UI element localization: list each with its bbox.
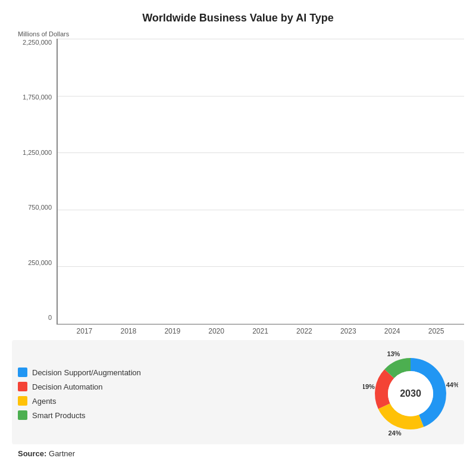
grid-line (58, 210, 464, 210)
x-tick: 2021 (239, 325, 283, 335)
source-prefix: Source: (18, 449, 46, 458)
grid-line (58, 152, 464, 153)
y-tick: 250,000 (28, 259, 52, 266)
donut-chart: 44%24%19%13% 2030 (363, 346, 458, 441)
y-axis: 2,250,0001,750,0001,250,000750,000250,00… (12, 39, 57, 335)
x-tick: 2024 (370, 325, 414, 335)
y-axis-label: Millions of Dollars (18, 30, 464, 38)
legend-label: Smart Products (32, 411, 86, 420)
donut-center-label: 2030 (400, 388, 421, 399)
legend-item: Decision Automation (18, 382, 363, 391)
donut-segment-label: 19% (363, 383, 375, 390)
x-tick: 2025 (414, 325, 458, 335)
x-tick: 2019 (151, 325, 195, 335)
x-axis: 201720182019202020212022202320242025 (57, 325, 464, 335)
legend-item: Smart Products (18, 410, 363, 420)
y-tick: 2,250,000 (23, 39, 52, 46)
grid-line (58, 96, 464, 96)
legend-item: Agents (18, 396, 363, 406)
y-tick: 1,250,000 (23, 149, 52, 156)
donut-segment-label: 13% (387, 350, 400, 357)
grid-line (58, 266, 464, 267)
grid-line (58, 39, 464, 39)
bottom-section: Decision Support/AugmentationDecision Au… (12, 340, 464, 444)
x-tick: 2017 (62, 325, 107, 335)
chart-container: Worldwide Business Value by AI Type Mill… (0, 0, 476, 464)
legend-label: Agents (32, 397, 56, 406)
y-tick: 750,000 (28, 204, 52, 211)
x-tick: 2023 (326, 325, 370, 335)
grid-line (58, 323, 464, 324)
legend-color-box (18, 410, 27, 420)
bars-and-xaxis: 201720182019202020212022202320242025 (57, 39, 464, 335)
x-tick: 2022 (282, 325, 326, 335)
chart-title: Worldwide Business Value by AI Type (12, 12, 464, 24)
source-text: Gartner (46, 449, 75, 458)
legend-color-box (18, 382, 27, 391)
bar-chart-area: Millions of Dollars 2,250,0001,750,0001,… (12, 30, 464, 335)
donut-segment-label: 24% (388, 429, 401, 437)
y-tick: 0 (48, 314, 52, 321)
legend-label: Decision Automation (32, 382, 103, 391)
legend-item: Decision Support/Augmentation (18, 368, 363, 377)
legend-label: Decision Support/Augmentation (32, 368, 141, 377)
legend-color-box (18, 396, 27, 406)
source-line: Source: Gartner (12, 444, 464, 458)
x-tick: 2020 (195, 325, 239, 335)
x-tick: 2018 (107, 325, 151, 335)
chart-inner: 2,250,0001,750,0001,250,000750,000250,00… (12, 39, 464, 335)
legend: Decision Support/AugmentationDecision Au… (18, 368, 363, 420)
bars-area (57, 39, 464, 325)
donut-segment-label: 44% (446, 381, 458, 388)
y-tick: 1,750,000 (23, 94, 52, 101)
legend-color-box (18, 368, 27, 377)
